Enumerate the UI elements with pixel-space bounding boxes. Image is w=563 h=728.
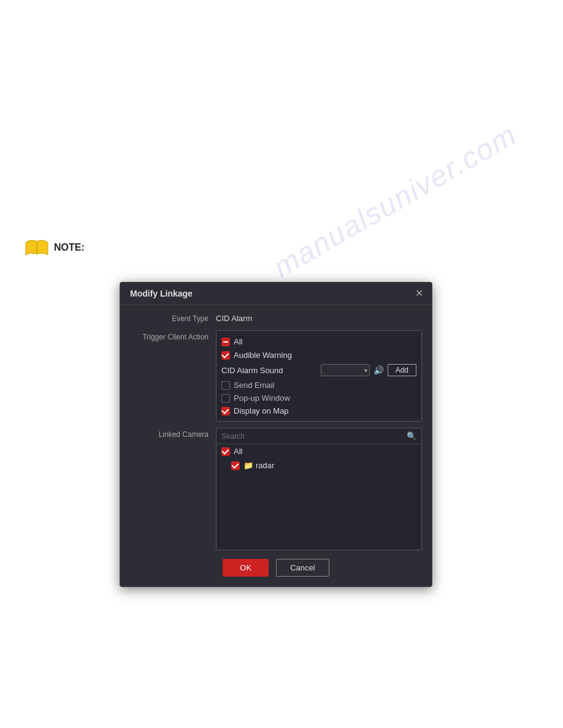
modify-linkage-dialog: Modify Linkage ✕ Event Type CID Alarm Tr… — [120, 282, 432, 587]
linked-camera-row: Linked Camera 🔍 All 📁 rad — [130, 428, 422, 550]
ok-button[interactable]: OK — [223, 559, 269, 577]
event-type-label: Event Type — [130, 314, 216, 323]
add-button[interactable]: Add — [388, 364, 416, 376]
dialog-close-button[interactable]: ✕ — [415, 289, 423, 298]
event-type-value: CID Alarm — [216, 314, 252, 323]
camera-all-item[interactable]: All — [216, 444, 421, 458]
cid-alarm-sound-row: CID Alarm Sound ▾ 🔊 Add — [216, 362, 421, 379]
send-email-label: Send Email — [234, 381, 274, 390]
popup-window-label: Pop-up Window — [234, 393, 290, 403]
camera-all-label: All — [234, 447, 242, 456]
send-email-checkbox — [221, 381, 230, 390]
audible-warning-item[interactable]: Audible Warning — [216, 349, 421, 362]
camera-all-checkbox — [221, 447, 230, 456]
cid-sound-dropdown-wrapper[interactable]: ▾ — [321, 364, 370, 376]
camera-radar-label: radar — [256, 461, 274, 470]
camera-radar-checkbox — [231, 461, 240, 470]
linked-camera-list: 🔍 All 📁 radar — [216, 428, 422, 550]
camera-radar-item[interactable]: 📁 radar — [216, 458, 421, 472]
popup-window-item[interactable]: Pop-up Window — [216, 392, 421, 404]
cid-alarm-sound-label: CID Alarm Sound — [221, 366, 317, 375]
send-email-item[interactable]: Send Email — [216, 379, 421, 392]
note-label: NOTE: — [54, 242, 85, 253]
cancel-button[interactable]: Cancel — [276, 559, 329, 577]
camera-search-input[interactable] — [221, 432, 407, 441]
popup-window-checkbox — [221, 394, 230, 403]
trigger-client-action-row: Trigger Client Action All Audible Warnin… — [130, 330, 422, 422]
folder-icon: 📁 — [243, 461, 253, 470]
all-item-label: All — [234, 337, 242, 346]
dialog-titlebar: Modify Linkage ✕ — [120, 282, 432, 305]
note-book-icon — [25, 238, 49, 257]
all-checkbox-dash — [221, 338, 230, 346]
event-type-row: Event Type CID Alarm — [130, 314, 422, 323]
note-section: NOTE: — [25, 238, 85, 257]
display-on-map-item[interactable]: Display on Map — [216, 404, 421, 417]
speaker-icon: 🔊 — [373, 365, 384, 375]
linked-camera-label: Linked Camera — [130, 428, 216, 550]
watermark: manualsuniver.com — [267, 118, 523, 284]
trigger-list-container[interactable]: All Audible Warning CID Alarm Sound ▾ — [216, 330, 422, 422]
trigger-all-item[interactable]: All — [216, 335, 421, 349]
display-on-map-checkbox — [221, 407, 230, 415]
dialog-title: Modify Linkage — [130, 289, 193, 298]
dialog-footer: OK Cancel — [120, 550, 432, 586]
trigger-client-action-label: Trigger Client Action — [130, 330, 216, 422]
audible-warning-checkbox — [221, 351, 230, 360]
search-icon: 🔍 — [407, 431, 416, 441]
camera-search-bar[interactable]: 🔍 — [216, 428, 421, 444]
dialog-body: Event Type CID Alarm Trigger Client Acti… — [120, 305, 432, 550]
cid-sound-dropdown[interactable] — [321, 364, 370, 376]
audible-warning-label: Audible Warning — [234, 351, 292, 360]
display-on-map-label: Display on Map — [234, 406, 289, 415]
